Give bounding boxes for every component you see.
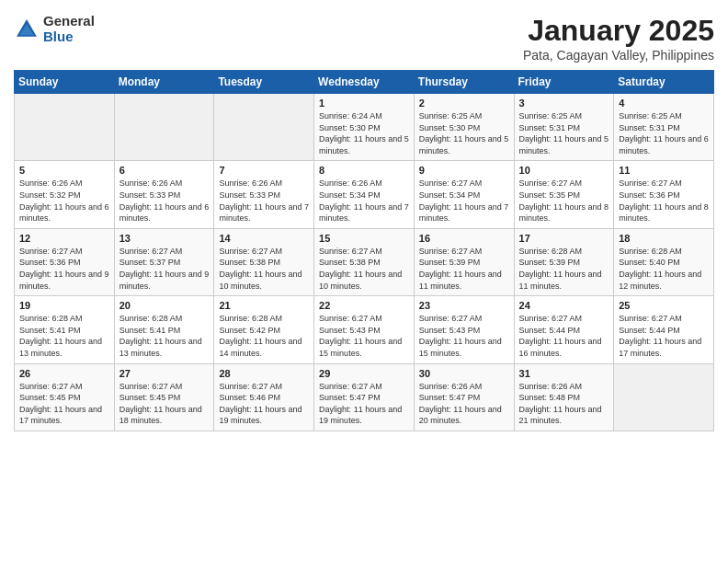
day-number: 8 — [319, 165, 410, 176]
day-number: 30 — [419, 368, 510, 379]
day-number: 18 — [619, 233, 710, 244]
day-cell: 20Sunrise: 6:28 AM Sunset: 5:41 PM Dayli… — [114, 296, 214, 363]
day-cell: 9Sunrise: 6:27 AM Sunset: 5:34 PM Daylig… — [414, 161, 514, 228]
logo-blue: Blue — [43, 29, 95, 45]
day-number: 13 — [119, 233, 210, 244]
logo: General Blue — [14, 14, 95, 44]
day-number: 2 — [419, 98, 510, 109]
day-cell: 7Sunrise: 6:26 AM Sunset: 5:33 PM Daylig… — [214, 161, 314, 228]
day-cell: 5Sunrise: 6:26 AM Sunset: 5:32 PM Daylig… — [15, 161, 115, 228]
week-row-5: 26Sunrise: 6:27 AM Sunset: 5:45 PM Dayli… — [15, 363, 714, 431]
day-info: Sunrise: 6:27 AM Sunset: 5:38 PM Dayligh… — [219, 246, 310, 292]
day-number: 14 — [219, 233, 310, 244]
day-cell: 19Sunrise: 6:28 AM Sunset: 5:41 PM Dayli… — [15, 296, 115, 363]
day-number: 11 — [619, 165, 710, 176]
calendar-header: SundayMondayTuesdayWednesdayThursdayFrid… — [15, 71, 714, 94]
header-cell-monday: Monday — [114, 71, 214, 94]
day-cell: 18Sunrise: 6:28 AM Sunset: 5:40 PM Dayli… — [614, 228, 714, 295]
day-cell: 24Sunrise: 6:27 AM Sunset: 5:44 PM Dayli… — [514, 296, 614, 363]
header-cell-tuesday: Tuesday — [214, 71, 314, 94]
day-cell: 14Sunrise: 6:27 AM Sunset: 5:38 PM Dayli… — [214, 228, 314, 295]
day-number: 31 — [519, 368, 610, 379]
day-cell: 3Sunrise: 6:25 AM Sunset: 5:31 PM Daylig… — [514, 94, 614, 161]
day-cell — [15, 94, 115, 161]
day-cell: 31Sunrise: 6:26 AM Sunset: 5:48 PM Dayli… — [514, 363, 614, 431]
calendar-table: SundayMondayTuesdayWednesdayThursdayFrid… — [14, 70, 714, 431]
calendar-title: January 2025 — [523, 14, 714, 48]
day-cell — [214, 94, 314, 161]
week-row-4: 19Sunrise: 6:28 AM Sunset: 5:41 PM Dayli… — [15, 296, 714, 363]
day-info: Sunrise: 6:26 AM Sunset: 5:34 PM Dayligh… — [319, 178, 410, 224]
day-info: Sunrise: 6:27 AM Sunset: 5:39 PM Dayligh… — [419, 246, 510, 292]
day-cell: 26Sunrise: 6:27 AM Sunset: 5:45 PM Dayli… — [15, 363, 115, 431]
day-number: 25 — [619, 300, 710, 311]
day-number: 26 — [19, 368, 110, 379]
day-cell — [114, 94, 214, 161]
day-info: Sunrise: 6:28 AM Sunset: 5:39 PM Dayligh… — [519, 246, 610, 292]
day-cell: 10Sunrise: 6:27 AM Sunset: 5:35 PM Dayli… — [514, 161, 614, 228]
day-cell: 28Sunrise: 6:27 AM Sunset: 5:46 PM Dayli… — [214, 363, 314, 431]
day-info: Sunrise: 6:25 AM Sunset: 5:31 PM Dayligh… — [519, 110, 610, 156]
day-number: 6 — [119, 165, 210, 176]
day-info: Sunrise: 6:25 AM Sunset: 5:30 PM Dayligh… — [419, 110, 510, 156]
day-number: 28 — [219, 368, 310, 379]
title-block: January 2025 Pata, Cagayan Valley, Phili… — [523, 14, 714, 63]
day-cell: 30Sunrise: 6:26 AM Sunset: 5:47 PM Dayli… — [414, 363, 514, 431]
day-info: Sunrise: 6:27 AM Sunset: 5:37 PM Dayligh… — [119, 246, 210, 292]
day-number: 21 — [219, 300, 310, 311]
header-cell-saturday: Saturday — [614, 71, 714, 94]
day-info: Sunrise: 6:27 AM Sunset: 5:36 PM Dayligh… — [19, 246, 110, 292]
day-number: 4 — [619, 98, 710, 109]
day-number: 19 — [19, 300, 110, 311]
day-number: 7 — [219, 165, 310, 176]
day-info: Sunrise: 6:24 AM Sunset: 5:30 PM Dayligh… — [319, 110, 410, 156]
page-header: General Blue January 2025 Pata, Cagayan … — [14, 14, 714, 63]
day-info: Sunrise: 6:27 AM Sunset: 5:47 PM Dayligh… — [319, 381, 410, 427]
day-cell: 1Sunrise: 6:24 AM Sunset: 5:30 PM Daylig… — [314, 94, 415, 161]
day-cell: 16Sunrise: 6:27 AM Sunset: 5:39 PM Dayli… — [414, 228, 514, 295]
week-row-3: 12Sunrise: 6:27 AM Sunset: 5:36 PM Dayli… — [15, 228, 714, 295]
header-cell-thursday: Thursday — [414, 71, 514, 94]
day-cell: 13Sunrise: 6:27 AM Sunset: 5:37 PM Dayli… — [114, 228, 214, 295]
day-info: Sunrise: 6:25 AM Sunset: 5:31 PM Dayligh… — [619, 110, 710, 156]
logo-text: General Blue — [43, 14, 95, 44]
day-number: 3 — [519, 98, 610, 109]
day-number: 9 — [419, 165, 510, 176]
day-info: Sunrise: 6:26 AM Sunset: 5:33 PM Dayligh… — [119, 178, 210, 224]
day-info: Sunrise: 6:26 AM Sunset: 5:48 PM Dayligh… — [519, 381, 610, 427]
day-cell: 15Sunrise: 6:27 AM Sunset: 5:38 PM Dayli… — [314, 228, 415, 295]
day-cell: 17Sunrise: 6:28 AM Sunset: 5:39 PM Dayli… — [514, 228, 614, 295]
day-info: Sunrise: 6:27 AM Sunset: 5:36 PM Dayligh… — [619, 178, 710, 224]
day-info: Sunrise: 6:27 AM Sunset: 5:44 PM Dayligh… — [619, 313, 710, 359]
day-number: 27 — [119, 368, 210, 379]
day-cell — [614, 363, 714, 431]
day-number: 23 — [419, 300, 510, 311]
week-row-1: 1Sunrise: 6:24 AM Sunset: 5:30 PM Daylig… — [15, 94, 714, 161]
day-number: 22 — [319, 300, 410, 311]
day-info: Sunrise: 6:28 AM Sunset: 5:40 PM Dayligh… — [619, 246, 710, 292]
logo-general: General — [43, 14, 95, 29]
day-cell: 6Sunrise: 6:26 AM Sunset: 5:33 PM Daylig… — [114, 161, 214, 228]
day-number: 1 — [319, 98, 410, 109]
day-cell: 27Sunrise: 6:27 AM Sunset: 5:45 PM Dayli… — [114, 363, 214, 431]
day-cell: 12Sunrise: 6:27 AM Sunset: 5:36 PM Dayli… — [15, 228, 115, 295]
day-cell: 2Sunrise: 6:25 AM Sunset: 5:30 PM Daylig… — [414, 94, 514, 161]
day-number: 29 — [319, 368, 410, 379]
day-info: Sunrise: 6:27 AM Sunset: 5:45 PM Dayligh… — [19, 381, 110, 427]
week-row-2: 5Sunrise: 6:26 AM Sunset: 5:32 PM Daylig… — [15, 161, 714, 228]
day-cell: 23Sunrise: 6:27 AM Sunset: 5:43 PM Dayli… — [414, 296, 514, 363]
day-info: Sunrise: 6:26 AM Sunset: 5:47 PM Dayligh… — [419, 381, 510, 427]
day-info: Sunrise: 6:27 AM Sunset: 5:44 PM Dayligh… — [519, 313, 610, 359]
header-cell-friday: Friday — [514, 71, 614, 94]
day-number: 17 — [519, 233, 610, 244]
day-info: Sunrise: 6:26 AM Sunset: 5:32 PM Dayligh… — [19, 178, 110, 224]
day-info: Sunrise: 6:27 AM Sunset: 5:45 PM Dayligh… — [119, 381, 210, 427]
header-cell-sunday: Sunday — [15, 71, 115, 94]
day-info: Sunrise: 6:28 AM Sunset: 5:41 PM Dayligh… — [119, 313, 210, 359]
day-cell: 22Sunrise: 6:27 AM Sunset: 5:43 PM Dayli… — [314, 296, 415, 363]
logo-icon — [14, 17, 40, 42]
day-info: Sunrise: 6:28 AM Sunset: 5:41 PM Dayligh… — [19, 313, 110, 359]
day-info: Sunrise: 6:26 AM Sunset: 5:33 PM Dayligh… — [219, 178, 310, 224]
day-info: Sunrise: 6:28 AM Sunset: 5:42 PM Dayligh… — [219, 313, 310, 359]
day-cell: 25Sunrise: 6:27 AM Sunset: 5:44 PM Dayli… — [614, 296, 714, 363]
